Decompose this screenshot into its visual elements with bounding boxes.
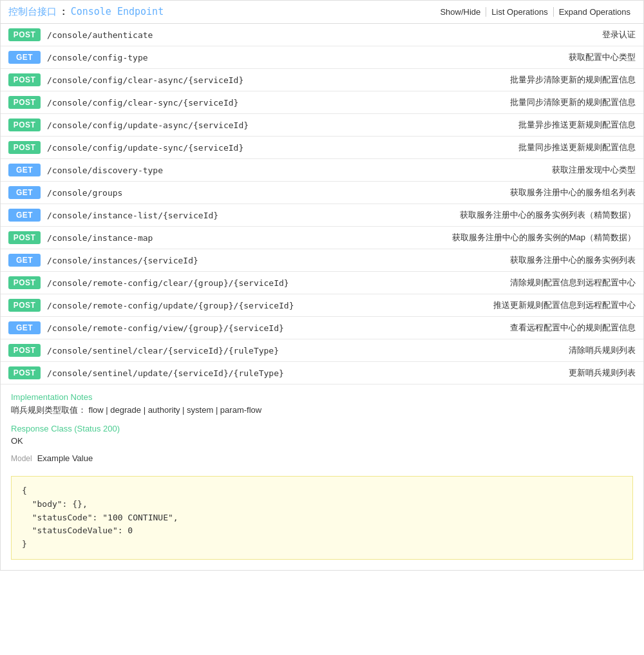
api-row[interactable]: POST/console/sentinel/update/{serviceId}… (1, 362, 643, 384)
api-row-left: GET/console/config-type (8, 51, 148, 64)
api-row-left: GET/console/groups (8, 186, 122, 199)
method-badge-post: POST (8, 28, 41, 41)
api-row[interactable]: POST/console/remote-config/clear/{group}… (1, 272, 643, 294)
method-badge-post: POST (8, 299, 41, 312)
api-desc: 获取注册发现中心类型 (552, 164, 636, 176)
api-path: /console/groups (47, 188, 122, 198)
show-hide-button[interactable]: Show/Hide (435, 7, 486, 17)
method-badge-get: GET (8, 186, 41, 199)
api-row[interactable]: POST/console/config/clear-async/{service… (1, 69, 643, 91)
api-row-left: POST/console/instance-map (8, 231, 153, 244)
method-badge-get: GET (8, 51, 41, 64)
response-status: OK (11, 436, 633, 446)
method-badge-get: GET (8, 209, 41, 222)
api-row-left: POST/console/remote-config/clear/{group}… (8, 276, 289, 289)
api-desc: 更新哨兵规则列表 (569, 367, 636, 379)
api-path: /console/config/update-sync/{serviceId} (47, 143, 243, 153)
api-path: /console/config/clear-async/{serviceId} (47, 75, 243, 85)
api-desc: 获取服务注册中心的服务实例列表 (510, 254, 636, 266)
api-row[interactable]: POST/console/sentinel/clear/{serviceId}/… (1, 339, 643, 362)
api-path: /console/remote-config/update/{group}/{s… (47, 301, 294, 310)
api-row-left: POST/console/sentinel/clear/{serviceId}/… (8, 344, 279, 357)
header-actions: Show/Hide List Operations Expand Operati… (435, 7, 636, 17)
method-badge-post: POST (8, 344, 41, 357)
api-desc: 批量异步清除更新的规则配置信息 (510, 74, 636, 86)
api-desc: 查看远程配置中心的规则配置信息 (510, 322, 636, 334)
section-header: 控制台接口 : Console Endpoint Show/Hide List … (1, 1, 643, 24)
api-row[interactable]: POST/console/authenticate登录认证 (1, 24, 643, 46)
api-list: POST/console/authenticate登录认证GET/console… (1, 24, 643, 384)
api-path: /console/sentinel/update/{serviceId}/{ru… (47, 368, 284, 378)
api-path: /console/sentinel/clear/{serviceId}/{rul… (47, 346, 279, 356)
expand-operations-button[interactable]: Expand Operations (554, 7, 636, 17)
code-content: { "body": {}, "statusCode": "100 CONTINU… (22, 484, 622, 551)
api-desc: 清除哨兵规则列表 (569, 345, 636, 356)
api-desc: 获取配置中心类型 (569, 52, 636, 63)
api-path: /console/remote-config/view/{group}/{ser… (47, 323, 284, 333)
api-row[interactable]: POST/console/instance-map获取服务注册中心的服务实例的M… (1, 227, 643, 249)
api-row[interactable]: POST/console/config/update-async/{servic… (1, 114, 643, 137)
api-desc: 批量同步推送更新规则配置信息 (518, 142, 636, 153)
api-path: /console/instance-map (47, 233, 153, 243)
api-row-left: POST/console/config/clear-async/{service… (8, 73, 243, 86)
api-desc: 获取服务注册中心的服务实例的Map（精简数据） (452, 232, 636, 243)
method-badge-get: GET (8, 254, 41, 267)
api-path: /console/instances/{serviceId} (47, 256, 198, 265)
api-row-left: GET/console/remote-config/view/{group}/{… (8, 321, 284, 334)
api-desc: 推送更新规则配置信息到远程配置中心 (493, 299, 636, 311)
method-badge-post: POST (8, 96, 41, 109)
api-desc: 清除规则配置信息到远程配置中心 (510, 277, 636, 289)
api-row-left: POST/console/sentinel/update/{serviceId}… (8, 366, 284, 379)
api-row[interactable]: GET/console/discovery-type获取注册发现中心类型 (1, 159, 643, 182)
api-row[interactable]: GET/console/remote-config/view/{group}/{… (1, 317, 643, 339)
api-row-left: POST/console/authenticate (8, 28, 153, 41)
api-row[interactable]: GET/console/instances/{serviceId}获取服务注册中… (1, 249, 643, 272)
api-path: /console/config/clear-sync/{serviceId} (47, 98, 238, 108)
api-row-left: GET/console/instances/{serviceId} (8, 254, 198, 267)
model-label: Model (11, 454, 32, 463)
method-badge-post: POST (8, 141, 41, 154)
api-desc: 批量异步推送更新规则配置信息 (518, 119, 636, 131)
model-row: Model Example Value (11, 453, 633, 463)
api-path: /console/discovery-type (47, 166, 163, 175)
method-badge-get: GET (8, 321, 41, 334)
api-desc: 登录认证 (602, 29, 636, 41)
main-container: 控制台接口 : Console Endpoint Show/Hide List … (0, 0, 644, 571)
list-operations-button[interactable]: List Operations (486, 7, 553, 17)
api-row[interactable]: POST/console/config/update-sync/{service… (1, 137, 643, 159)
title-chinese: 控制台接口 (8, 6, 57, 17)
code-example: { "body": {}, "statusCode": "100 CONTINU… (11, 476, 633, 560)
api-row-left: POST/console/config/update-async/{servic… (8, 119, 249, 131)
api-row-left: POST/console/config/clear-sync/{serviceI… (8, 96, 238, 109)
api-row[interactable]: POST/console/config/clear-sync/{serviceI… (1, 91, 643, 114)
api-path: /console/config-type (47, 53, 148, 62)
method-badge-get: GET (8, 164, 41, 176)
api-desc: 获取服务注册中心的服务组名列表 (510, 187, 636, 198)
api-path: /console/config/update-async/{serviceId} (47, 120, 249, 130)
api-row[interactable]: GET/console/instance-list/{serviceId}获取服… (1, 204, 643, 227)
impl-text: 哨兵规则类型取值： flow | degrade | authority | s… (11, 404, 633, 416)
api-row[interactable]: GET/console/groups获取服务注册中心的服务组名列表 (1, 182, 643, 204)
impl-title: Implementation Notes (11, 392, 633, 402)
method-badge-post: POST (8, 276, 41, 289)
api-row-left: GET/console/instance-list/{serviceId} (8, 209, 218, 222)
api-path: /console/remote-config/clear/{group}/{se… (47, 278, 289, 288)
api-row-left: POST/console/config/update-sync/{service… (8, 141, 243, 154)
method-badge-post: POST (8, 231, 41, 244)
api-row[interactable]: GET/console/config-type获取配置中心类型 (1, 46, 643, 69)
example-value-tab[interactable]: Example Value (37, 453, 93, 463)
api-desc: 批量同步清除更新的规则配置信息 (510, 97, 636, 108)
api-path: /console/instance-list/{serviceId} (47, 211, 218, 220)
api-row-left: POST/console/remote-config/update/{group… (8, 299, 294, 312)
method-badge-post: POST (8, 366, 41, 379)
section-title: 控制台接口 : Console Endpoint (8, 6, 164, 18)
api-row-left: GET/console/discovery-type (8, 164, 163, 176)
response-title: Response Class (Status 200) (11, 424, 633, 433)
api-row[interactable]: POST/console/remote-config/update/{group… (1, 294, 643, 317)
impl-section: Implementation Notes 哨兵规则类型取值： flow | de… (1, 384, 643, 476)
api-path: /console/authenticate (47, 30, 153, 40)
method-badge-post: POST (8, 119, 41, 131)
title-english: Console Endpoint (71, 6, 164, 17)
api-desc: 获取服务注册中心的服务实例列表（精简数据） (460, 209, 636, 221)
method-badge-post: POST (8, 73, 41, 86)
